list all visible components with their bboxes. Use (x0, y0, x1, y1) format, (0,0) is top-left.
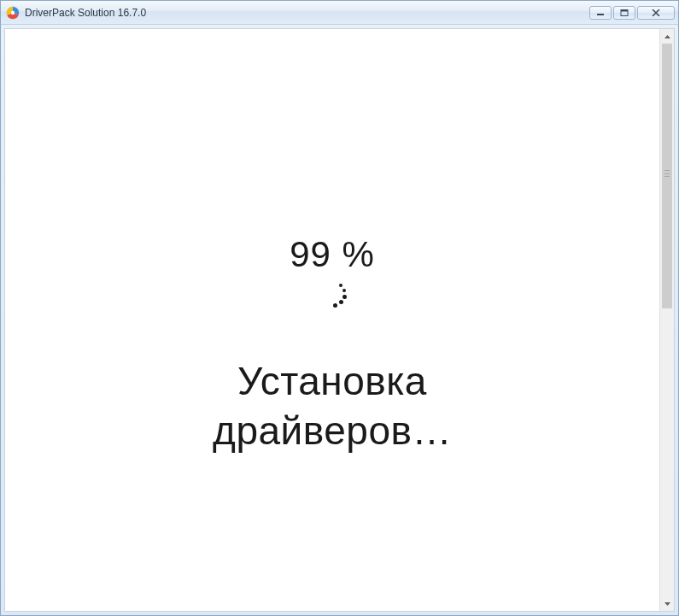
status-text: Установка драйверов… (213, 357, 452, 455)
minimize-button[interactable] (589, 6, 612, 20)
driverpack-icon (6, 6, 20, 20)
svg-rect-2 (597, 14, 604, 15)
window-title: DriverPack Solution 16.7.0 (25, 7, 589, 19)
close-button[interactable] (637, 6, 675, 20)
titlebar[interactable]: DriverPack Solution 16.7.0 (1, 1, 678, 25)
scroll-thumb[interactable] (662, 44, 672, 308)
app-window: DriverPack Solution 16.7.0 99 % (0, 0, 679, 616)
window-controls (589, 6, 675, 20)
scroll-up-button[interactable] (660, 29, 674, 44)
content-area: 99 % Установка драйверов… (5, 29, 659, 611)
status-line-2: драйверов… (213, 408, 452, 453)
svg-point-1 (11, 10, 15, 14)
loading-spinner-icon (317, 280, 348, 311)
svg-rect-4 (621, 9, 628, 11)
maximize-button[interactable] (613, 6, 635, 20)
scroll-down-button[interactable] (660, 596, 674, 611)
status-line-1: Установка (237, 359, 427, 403)
progress-percent: 99 % (290, 234, 375, 275)
content-wrapper: 99 % Установка драйверов… (4, 28, 675, 612)
vertical-scrollbar[interactable] (659, 29, 674, 611)
